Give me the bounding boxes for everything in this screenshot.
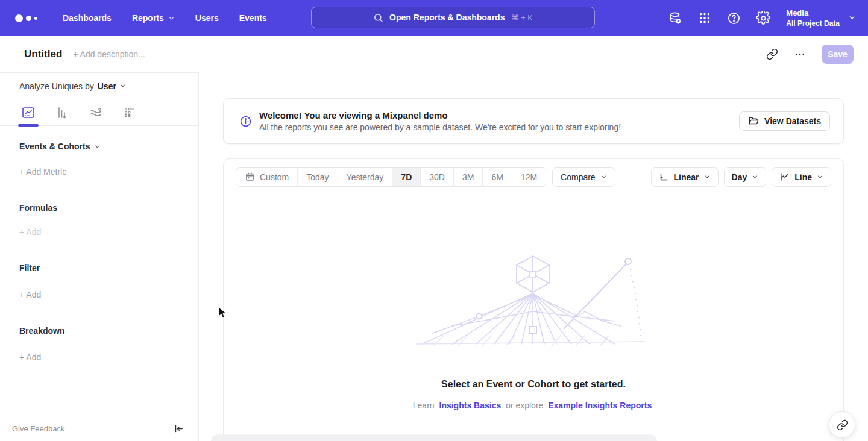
tab-flow[interactable] [87, 104, 105, 122]
range-today[interactable]: Today [298, 168, 338, 186]
breakdown-label: Breakdown [19, 326, 64, 336]
range-7d-label: 7D [401, 172, 412, 182]
nav-dashboards-label: Dashboards [63, 13, 112, 23]
analyze-by-dropdown[interactable]: User [98, 81, 126, 91]
range-7d[interactable]: 7D [392, 168, 421, 186]
share-link-fab[interactable] [829, 411, 855, 438]
range-yesterday-label: Yesterday [347, 172, 384, 182]
breakdown-heading: Breakdown [19, 326, 198, 336]
view-datasets-label: View Datasets [764, 116, 821, 126]
tab-retention[interactable] [121, 104, 139, 122]
chevron-down-icon [94, 143, 101, 150]
date-range-toolbar: Custom Today Yesterday 7D 30D 3M 6M 12M … [224, 159, 843, 195]
nav-users[interactable]: Users [195, 13, 219, 23]
search-placeholder: Open Reports & Dashboards [389, 13, 505, 22]
folder-icon [748, 116, 759, 127]
view-datasets-button[interactable]: View Datasets [739, 111, 830, 131]
nav-events[interactable]: Events [239, 13, 267, 23]
linear-scale-icon [659, 172, 669, 182]
range-custom[interactable]: Custom [236, 168, 298, 186]
range-yesterday[interactable]: Yesterday [338, 168, 393, 186]
range-12m-label: 12M [521, 172, 537, 182]
range-6m-label: 6M [491, 172, 503, 182]
collapse-sidebar-icon[interactable] [174, 424, 184, 434]
help-icon[interactable] [727, 11, 741, 25]
global-search-input[interactable]: Open Reports & Dashboards ⌘ + K [311, 7, 595, 28]
chevron-down-icon [848, 14, 856, 22]
bar-chart-icon [55, 105, 69, 120]
scale-dropdown[interactable]: Linear [651, 167, 719, 187]
add-description-field[interactable]: + Add description... [73, 49, 145, 59]
interval-label: Day [732, 172, 747, 182]
top-nav: Dashboards Reports Users Events Open Rep… [0, 0, 868, 36]
project-selector[interactable]: Media All Project Data [786, 8, 856, 28]
report-card: Custom Today Yesterday 7D 30D 3M 6M 12M … [223, 158, 844, 441]
range-custom-label: Custom [260, 172, 289, 182]
empty-state-illustration [416, 254, 651, 350]
scale-label: Linear [674, 172, 699, 182]
settings-gear-icon[interactable] [756, 11, 770, 25]
save-button[interactable]: Save [822, 45, 854, 64]
copy-link-icon[interactable] [766, 48, 778, 60]
example-insights-reports-link[interactable]: Example Insights Reports [548, 401, 652, 410]
project-name: Media [786, 8, 840, 19]
range-today-label: Today [306, 172, 329, 182]
empty-state-heading: Select an Event or Cohort to get started… [441, 379, 626, 390]
report-title-bar: Untitled + Add description... Save [0, 36, 868, 72]
retention-dots-icon [122, 105, 137, 120]
compare-button[interactable]: Compare [552, 167, 615, 187]
chevron-down-icon [168, 15, 175, 22]
chart-type-dropdown[interactable]: Line [772, 167, 831, 187]
empty-state: Select an Event or Cohort to get started… [224, 196, 843, 410]
calendar-icon [245, 172, 255, 182]
data-management-icon[interactable] [668, 11, 682, 25]
chart-type-label: Line [794, 172, 812, 182]
chevron-down-icon [817, 174, 823, 180]
nav-users-label: Users [195, 13, 219, 23]
chevron-down-icon [752, 174, 758, 180]
range-3m-label: 3M [462, 172, 474, 182]
add-breakdown-button[interactable]: + Add [19, 352, 198, 362]
range-3m[interactable]: 3M [454, 168, 483, 186]
query-builder-sidebar: Analyze Uniques by User [0, 72, 199, 441]
line-chart-icon [21, 105, 36, 120]
range-30d[interactable]: 30D [421, 168, 454, 186]
compare-label: Compare [561, 172, 596, 182]
nav-reports[interactable]: Reports [132, 13, 175, 23]
tab-insights-line-chart[interactable] [19, 104, 37, 122]
empty-state-links: Learn Insights Basics or explore Example… [413, 401, 654, 410]
insights-basics-link[interactable]: Insights Basics [439, 401, 502, 410]
events-cohorts-heading[interactable]: Events & Cohorts [19, 142, 198, 151]
chevron-down-icon [600, 174, 607, 180]
project-scope: All Project Data [786, 19, 840, 28]
search-shortcut: ⌘ + K [511, 13, 533, 22]
next-card-peek [211, 435, 657, 441]
info-icon [239, 115, 252, 128]
analyze-by-value: User [98, 81, 116, 91]
report-title[interactable]: Untitled [24, 48, 62, 60]
more-ellipsis-icon[interactable] [794, 48, 806, 60]
apps-grid-icon[interactable] [698, 11, 711, 25]
selected-tab-underline [18, 124, 39, 127]
give-feedback-link[interactable]: Give Feedback [12, 424, 64, 433]
range-6m[interactable]: 6M [483, 168, 512, 186]
banner-subtitle: All the reports you see are powered by a… [259, 122, 621, 132]
filter-heading: Filter [19, 263, 198, 273]
filter-label: Filter [19, 263, 40, 273]
nav-dashboards[interactable]: Dashboards [63, 13, 112, 23]
chevron-down-icon [119, 83, 126, 89]
interval-dropdown[interactable]: Day [724, 167, 767, 187]
link-icon [837, 419, 848, 431]
add-filter-button[interactable]: + Add [19, 290, 198, 299]
add-formula-button[interactable]: + Add [19, 227, 198, 237]
banner-title: Welcome! You are viewing a Mixpanel demo [259, 110, 621, 120]
main-content: Welcome! You are viewing a Mixpanel demo… [199, 72, 868, 441]
tab-bar-chart[interactable] [53, 104, 71, 122]
mixpanel-logo[interactable] [15, 14, 42, 22]
flow-icon [89, 105, 103, 120]
range-12m[interactable]: 12M [512, 168, 546, 186]
date-range-segmented-control: Custom Today Yesterday 7D 30D 3M 6M 12M [236, 167, 546, 187]
add-metric-button[interactable]: + Add Metric [19, 167, 198, 177]
formulas-label: Formulas [19, 203, 57, 213]
search-icon [373, 13, 383, 23]
